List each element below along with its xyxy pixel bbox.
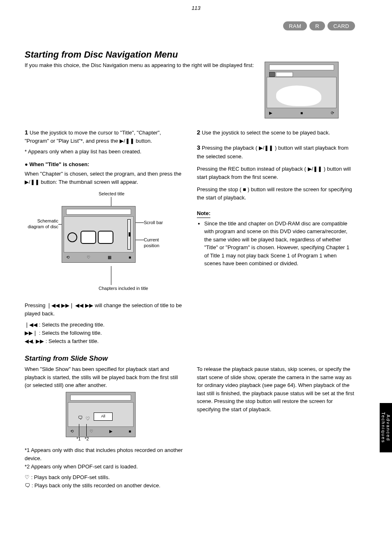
nav-hint: Pressing ❘◀◀ ▶▶❘ ◀◀ ▶▶ will change the s… (25, 301, 183, 318)
step1-sel-c: The thumbnail screen will appear. (58, 179, 138, 185)
step-3: 3 Pressing the playback ( ▶/❚❚ ) button … (197, 143, 355, 202)
legend-ffrw: ◀◀, ▶▶ : Selects a farther title. (25, 337, 183, 345)
legend-next: ▶▶❘ : Selects the following title. (25, 329, 183, 337)
figure-bird-shape (276, 86, 321, 106)
slideshow-title: Starting from Slide Show (25, 354, 355, 363)
when-title-head: ● When "Title" is chosen: (25, 160, 183, 169)
legend-ffrw-text: : Selects a farther title. (46, 338, 99, 344)
figure-top-menu-buttons: ▶■⟳ (267, 109, 337, 116)
figure-slideshow-screen: 🗨 ♡ All ⟲♡▶■ (66, 392, 136, 437)
slideshow-closing: To release the playback pause status, sk… (197, 365, 355, 413)
figure-slideshow-body: 🗨 ♡ All (68, 402, 134, 427)
note-body: Since the title and chapter on DVD-RAM d… (197, 220, 355, 268)
step-3-num: 3 (197, 144, 200, 151)
skip-next-icon: ▶▶❘ (61, 302, 74, 308)
slideshow-legend-a-text: : Plays back only DPOF-set stills. (31, 474, 110, 480)
callout-current-pos: Current position (144, 237, 173, 248)
slideshow-legend-b: 🗨 : Plays back only the stills recorded … (25, 482, 183, 490)
slideshow-legend-b-text: : Plays back only the stills recorded on… (32, 482, 161, 489)
skip-prev-icon: ❘◀◀ (47, 302, 60, 308)
media-tags: RAM R CARD (283, 21, 355, 30)
slideshow-legend-a: ♡ : Plays back only DPOF-set stills. (25, 473, 183, 482)
thumb-label (276, 72, 293, 77)
note-1: Since the title and chapter on DVD-RAM d… (204, 220, 355, 268)
slideshow-all-box: All (94, 412, 113, 421)
scrollbar-thumb (129, 232, 130, 236)
tag-card: CARD (327, 21, 355, 30)
icon-speech-bubble: 🗨 (25, 482, 30, 489)
step-1-body2: button. (136, 138, 152, 144)
figure-disc-nav: Selected title Schematic diagram of disc… (25, 191, 173, 298)
legend-prev-text: : Selects the preceding title. (39, 322, 105, 328)
callout-asterisk-1: *1 (76, 436, 81, 442)
callout-selected-title: Selected title (99, 191, 125, 197)
step-2: 2 Use the joystick to select the scene t… (197, 127, 355, 137)
figure-slideshow: 🗨 ♡ All ⟲♡▶■ *1 *2 (25, 392, 164, 446)
step-3-body-b1: Pressing the REC button instead of playb… (197, 166, 306, 172)
side-tab: Advanced Techniques (380, 403, 392, 452)
icon-heart: ♡ (85, 415, 90, 422)
chapter-box-1 (81, 231, 96, 244)
tag-r: R (309, 21, 325, 30)
slideshow-foot-a: *1 Appears only with disc that includes … (25, 446, 183, 463)
play-pause-icon: ▶/❚❚ (259, 145, 274, 151)
callout-asterisk-2: *2 (85, 436, 89, 442)
rew-icon: ◀◀ (25, 338, 33, 344)
figure-disc-nav-buttons: ⟲♡▦■ (64, 253, 134, 261)
rew-icon: ◀◀ (75, 302, 83, 308)
page-number: 113 (0, 5, 392, 11)
bullet-icon: ● (25, 161, 28, 167)
icon-heart-outline: ♡ (25, 474, 30, 480)
step-2-body: Use the joystick to select the scene to … (202, 130, 330, 136)
step-1: 1 Use the joystick to move the cursor to… (25, 127, 183, 156)
slideshow-foot-b: *2 Appears only when DPOF-set card is lo… (25, 463, 183, 471)
legend-prev: ❘◀◀ : Selects the preceding title. (25, 321, 183, 329)
callout-scrollbar: Scroll bar (144, 220, 163, 225)
step-1-num: 1 (25, 129, 28, 136)
step-1-asterisk: * Appears only when a play list has been… (25, 148, 183, 156)
skip-next-icon: ▶▶❘ (25, 330, 37, 336)
play-pause-icon: ▶/❚❚ (120, 138, 134, 144)
page-title: Starting from Disc Navigation Menu (25, 49, 355, 60)
figure-slideshow-buttons: ⟲♡▶■ (68, 428, 134, 435)
icon-speech: 🗨 (78, 414, 83, 422)
when-title-body: When "Chapter" is chosen, select the pro… (25, 170, 183, 186)
ff-icon: ▶▶ (85, 302, 93, 308)
ff-icon: ▶▶ (36, 338, 44, 344)
stop-icon: ■ (243, 186, 246, 192)
play-pause-icon: ▶/❚❚ (308, 166, 323, 172)
figure-top-menu: ▶■⟳ (265, 62, 339, 118)
figure-disc-nav-screen: ⟲♡▦■ (62, 206, 136, 263)
step-3-body-c1: Pressing the stop ( (197, 186, 241, 192)
chapter-box-2 (98, 231, 113, 244)
callout-schematic: Schematic diagram of disc (25, 218, 58, 229)
tag-ram: RAM (283, 21, 307, 30)
step-2-num: 2 (197, 129, 200, 136)
step1-sel-a: When "Chapter" is chosen, select the pro… (25, 171, 181, 177)
figure-title-bar (66, 209, 131, 215)
legend-next-text: : Selects the following title. (39, 330, 102, 336)
figure-disc-nav-body (64, 216, 134, 253)
disc-icon (67, 232, 77, 242)
skip-prev-icon: ❘◀◀ (25, 322, 37, 328)
step1-sel-b: button: (41, 179, 57, 185)
note-heading: Note: (197, 209, 210, 218)
figure-slideshow-bar (70, 395, 131, 401)
step-3-body-a1: Pressing the playback ( (202, 145, 257, 151)
callout-chapters: Chapters included in title (99, 286, 148, 291)
thumb-icon (269, 72, 275, 77)
figure-top-menu-body (267, 77, 337, 108)
slideshow-lead: When "Slide Show" has been specified for… (25, 365, 183, 389)
figure-top-menu-bar (269, 65, 334, 70)
lead-text: If you make this choice, the Disc Naviga… (25, 62, 256, 69)
play-pause-icon: ▶/❚❚ (25, 179, 39, 185)
nav-hint-a: Pressing (25, 302, 47, 308)
